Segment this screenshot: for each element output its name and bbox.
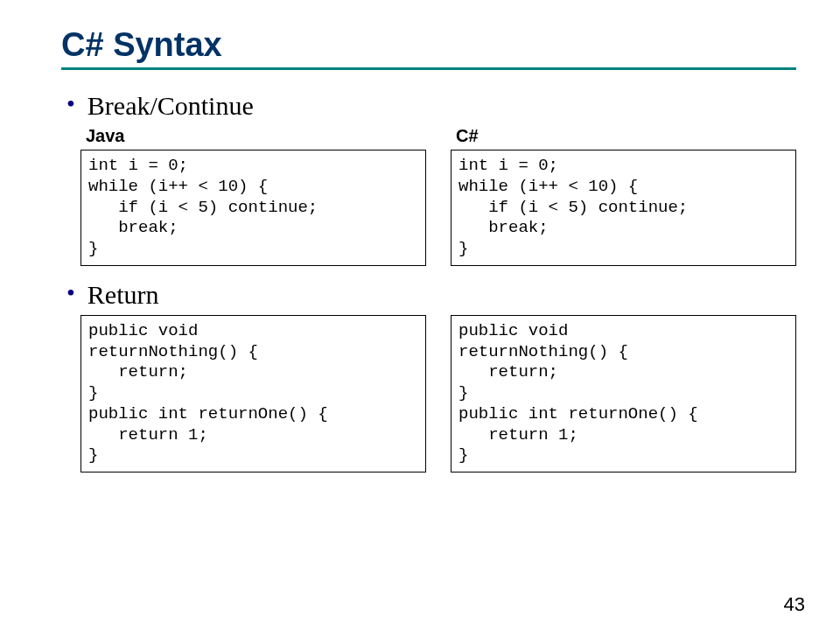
col-java: public void returnNothing() { return; } … bbox=[80, 315, 426, 472]
code-csharp-break-continue: int i = 0; while (i++ < 10) { if (i < 5)… bbox=[451, 150, 796, 266]
slide-title: C# Syntax bbox=[61, 26, 796, 64]
slide: C# Syntax • Break/Continue Java int i = … bbox=[0, 0, 840, 630]
bullet-dot-icon: • bbox=[66, 281, 75, 305]
col-csharp: public void returnNothing() { return; } … bbox=[451, 315, 796, 472]
code-csharp-return: public void returnNothing() { return; } … bbox=[451, 315, 796, 472]
title-rule bbox=[61, 67, 796, 70]
bullet-return: • Return bbox=[66, 280, 796, 310]
col-java: Java int i = 0; while (i++ < 10) { if (i… bbox=[80, 126, 426, 266]
bullet-text: Break/Continue bbox=[88, 91, 254, 121]
code-java-return: public void returnNothing() { return; } … bbox=[80, 315, 426, 472]
columns-return: public void returnNothing() { return; } … bbox=[80, 315, 796, 472]
label-csharp: C# bbox=[456, 126, 796, 146]
col-csharp: C# int i = 0; while (i++ < 10) { if (i <… bbox=[451, 126, 796, 266]
bullet-break-continue: • Break/Continue bbox=[66, 91, 796, 121]
bullet-text: Return bbox=[88, 280, 159, 310]
columns-break-continue: Java int i = 0; while (i++ < 10) { if (i… bbox=[80, 126, 796, 266]
page-number: 43 bbox=[784, 593, 805, 616]
code-java-break-continue: int i = 0; while (i++ < 10) { if (i < 5)… bbox=[80, 150, 426, 266]
bullet-dot-icon: • bbox=[66, 92, 75, 116]
label-java: Java bbox=[86, 126, 426, 146]
